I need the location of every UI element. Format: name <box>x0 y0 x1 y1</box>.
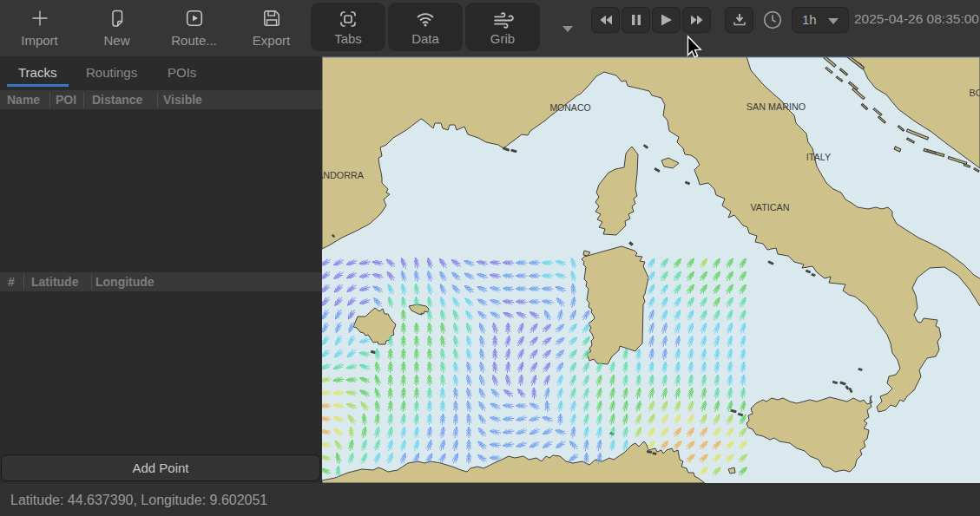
svg-text:MONACO: MONACO <box>549 102 590 113</box>
svg-text:ANDORRA: ANDORRA <box>322 170 365 180</box>
svg-text:SAN MARINO: SAN MARINO <box>747 101 806 112</box>
svg-text:ITALY: ITALY <box>806 152 831 162</box>
svg-text:BOS: BOS <box>970 88 980 98</box>
svg-text:VATICAN: VATICAN <box>750 202 789 212</box>
